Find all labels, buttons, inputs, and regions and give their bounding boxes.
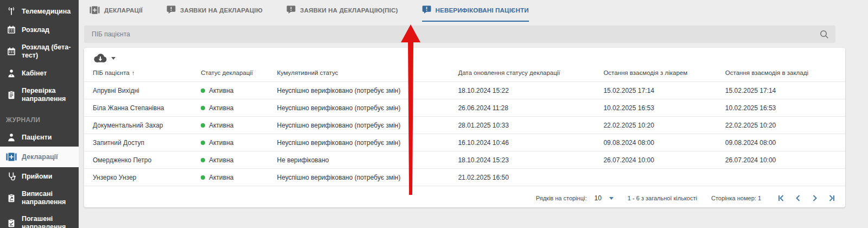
download-options-chevron-down-icon[interactable] [111, 57, 116, 60]
patients-table: ПІБ пацієнта↑ Статус декларації Кумуляти… [84, 64, 845, 186]
cumulative-status-cell: Неуспішно верифіковано (потребує змін) [269, 134, 450, 151]
doctor-icon [6, 68, 17, 78]
patient-name-cell[interactable]: Документальний Захар [84, 117, 192, 134]
exclamation-bubble-icon [286, 5, 296, 15]
tab-bar: ДЕКЛАРАЦІЇ ЗАЯВКИ НА ДЕКЛАРАЦІЮ ЗАЯВКИ Н… [79, 0, 868, 22]
facility-interaction-cell [717, 169, 845, 186]
download-cloud-icon[interactable] [93, 53, 107, 64]
patient-name-cell[interactable]: Омердженко Петро [84, 151, 192, 169]
tab-declaration-requests-pis[interactable]: ЗАЯВКИ НА ДЕКЛАРАЦІЮ(ПІС) [286, 0, 398, 22]
status-date-cell: 18.10.2024 15:22 [449, 82, 595, 99]
table-row[interactable]: Унзерко Унзер Активна Неуспішно верифіко… [84, 169, 845, 186]
table-row[interactable]: Документальний Захар Активна Неуспішно в… [84, 117, 845, 134]
column-header-last-doctor-interaction[interactable]: Остання взаємодія з лікарем [595, 64, 716, 82]
sidebar-item-label: Виписані направлення [22, 190, 75, 206]
doctor-interaction-cell: 15.02.2025 17:14 [595, 82, 716, 99]
first-page-icon[interactable] [775, 192, 787, 204]
rows-per-page-value[interactable]: 10 [594, 194, 601, 202]
status-dot-active [201, 141, 205, 145]
status-dot-active [201, 175, 205, 180]
sidebar-item-label: Погашені направлення [22, 215, 75, 228]
table-row[interactable]: Омердженко Петро Активна Не верифіковано… [84, 151, 845, 169]
sidebar-item-cabinet[interactable]: Кабінет [0, 64, 79, 83]
search-icon[interactable] [819, 29, 829, 39]
table-row[interactable]: Апрувні Вихідні Активна Неуспішно верифі… [84, 82, 845, 99]
sidebar-item-label: Телемедицина [22, 8, 71, 16]
sidebar-item-declarations[interactable]: Декларації [0, 147, 79, 167]
rows-per-page-label: Рядків на сторінці: [536, 195, 587, 201]
tab-declaration-requests[interactable]: ЗАЯВКИ НА ДЕКЛАРАЦІЮ [167, 0, 263, 22]
cumulative-status-cell: Неуспішно верифіковано (потребує змін) [269, 117, 450, 134]
sidebar-item-schedule-beta[interactable]: Розклад (бета-тест) [0, 39, 79, 64]
status-date-cell: 18.10.2024 15:23 [449, 151, 595, 169]
status-date-cell: 21.02.2025 16:50 [449, 169, 595, 186]
column-header-declaration-status[interactable]: Статус декларації [192, 64, 268, 82]
doctor-interaction-cell: 26.07.2024 10:00 [595, 151, 716, 169]
status-cell: Активна [192, 134, 268, 151]
column-header-cumulative-status[interactable]: Кумулятивний статус [269, 64, 450, 82]
pagination-range-label: 1 - 6 з загальної кількості [628, 195, 697, 201]
table-toolbar [84, 48, 845, 64]
sidebar: Телемедицина Розклад Розклад (бета-тест)… [0, 0, 79, 228]
pagination-bar: Рядків на сторінці: 10 1 - 6 з загальної… [84, 189, 845, 207]
facility-interaction-cell: 26.07.2024 10:00 [717, 151, 845, 169]
sidebar-item-schedule[interactable]: Розклад [0, 21, 79, 39]
status-cell: Активна [192, 169, 268, 186]
patient-name-cell[interactable]: Унзерко Унзер [84, 169, 192, 186]
sidebar-item-label: Пацієнти [22, 134, 52, 142]
doctor-interaction-cell: 22.02.2025 10:20 [595, 117, 716, 134]
table-row[interactable]: Запитний Доступ Активна Неуспішно верифі… [84, 134, 845, 151]
sidebar-section-journals: ЖУРНАЛИ [0, 107, 79, 128]
previous-page-icon[interactable] [792, 192, 804, 204]
clipboard-check-icon [6, 218, 17, 228]
status-cell: Активна [192, 82, 268, 99]
facility-interaction-cell: 15.02.2025 17:14 [717, 82, 845, 99]
declaration-icon [6, 153, 17, 161]
status-dot-active [201, 88, 205, 93]
cumulative-status-cell: Неуспішно верифіковано (потребує змін) [269, 99, 450, 117]
sidebar-item-patients[interactable]: Пацієнти [0, 128, 79, 147]
sidebar-item-label: Розклад [22, 26, 49, 34]
patient-name-cell[interactable]: Запитний Доступ [84, 134, 192, 151]
patient-name-cell[interactable]: Біла Жанна Степанівна [84, 99, 192, 117]
tab-label: ДЕКЛАРАЦІЇ [104, 7, 143, 14]
status-cell: Активна [192, 151, 268, 169]
sidebar-item-issued-referrals[interactable]: Виписані направлення [0, 186, 79, 211]
search-input[interactable] [84, 26, 819, 43]
exclamation-bubble-icon [167, 5, 176, 15]
status-cell: Активна [192, 117, 268, 134]
tab-declarations[interactable]: ДЕКЛАРАЦІЇ [90, 0, 143, 22]
cumulative-status-cell: Неуспішно верифіковано (потребує змін) [269, 82, 450, 99]
doctor-interaction-cell [595, 169, 716, 186]
tab-label: ЗАЯВКИ НА ДЕКЛАРАЦІЮ(ПІС) [300, 7, 398, 14]
status-dot-active [201, 123, 205, 128]
sidebar-item-referral-check[interactable]: Перевірка направлення [0, 83, 79, 107]
sidebar-item-telemedicine[interactable]: Телемедицина [0, 2, 79, 21]
facility-interaction-cell: 10.02.2025 16:53 [717, 99, 845, 117]
last-page-icon[interactable] [826, 192, 838, 204]
sidebar-item-appointments[interactable]: Прийоми [0, 167, 79, 186]
tab-label: НЕВЕРИФІКОВАНІ ПАЦІЄНТИ [436, 7, 529, 14]
table-header-row: ПІБ пацієнта↑ Статус декларації Кумуляти… [84, 64, 845, 82]
calendar-icon [6, 25, 17, 35]
doctor-interaction-cell: 10.02.2025 16:53 [595, 99, 716, 117]
facility-interaction-cell: 22.02.2025 10:20 [717, 117, 845, 134]
calendar-icon [6, 47, 17, 56]
status-cell: Активна [192, 99, 268, 117]
declaration-icon [90, 6, 100, 15]
column-header-status-update-date[interactable]: Дата оновлення статусу декларації [449, 64, 595, 82]
column-header-last-facility-interaction[interactable]: Остання взаємодія в закладі [717, 64, 845, 82]
sidebar-item-label: Перевірка направлення [22, 87, 75, 103]
table-row[interactable]: Біла Жанна Степанівна Активна Неуспішно … [84, 99, 845, 117]
column-header-patient-name[interactable]: ПІБ пацієнта↑ [84, 64, 192, 82]
sidebar-item-redeemed-referrals[interactable]: Погашені направлення [0, 211, 79, 228]
antenna-icon [6, 7, 17, 16]
sort-asc-icon: ↑ [132, 69, 135, 76]
status-date-cell: 16.10.2024 10:46 [449, 134, 595, 151]
rows-per-page-chevron-down-icon[interactable] [609, 197, 614, 200]
patient-name-cell[interactable]: Апрувні Вихідні [84, 82, 192, 99]
status-dot-active [201, 158, 205, 162]
patient-icon [6, 132, 17, 142]
next-page-icon[interactable] [809, 192, 821, 204]
tab-unverified-patients[interactable]: НЕВЕРИФІКОВАНІ ПАЦІЄНТИ [422, 0, 529, 22]
